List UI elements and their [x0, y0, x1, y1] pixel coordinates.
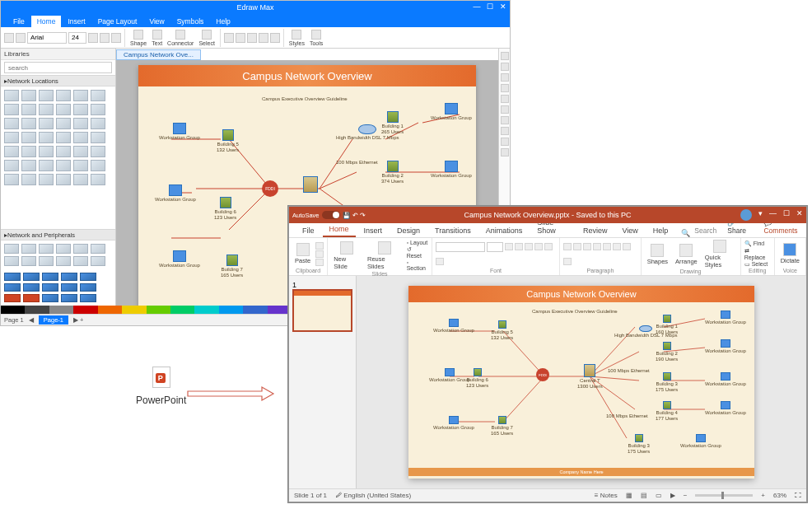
shape-item[interactable] — [73, 160, 88, 171]
shape-item[interactable] — [4, 146, 19, 157]
numbering-icon[interactable] — [573, 243, 581, 250]
category-network-locations[interactable]: ▸ Network Locations — [1, 75, 115, 86]
workstation-icon[interactable] — [449, 416, 459, 424]
shape-item[interactable] — [4, 90, 19, 101]
rotate-icon[interactable] — [247, 33, 257, 43]
view-sorter-icon[interactable]: ▤ — [641, 492, 647, 499]
styles-button[interactable]: Styles — [287, 30, 306, 46]
color-icon[interactable] — [436, 258, 444, 265]
workstation-icon[interactable] — [721, 339, 730, 348]
shape-item[interactable] — [4, 256, 19, 266]
shape-item[interactable] — [21, 104, 36, 115]
shape-item[interactable] — [80, 283, 96, 292]
shape-item[interactable] — [61, 283, 77, 292]
indent-icon[interactable] — [583, 243, 591, 250]
doc-tab[interactable]: Campus Network Ove... — [116, 49, 201, 60]
shape-item[interactable] — [91, 174, 105, 185]
workstation-icon[interactable] — [696, 434, 706, 442]
max-icon[interactable]: ☐ — [783, 209, 790, 221]
tab-pagelayout[interactable]: Page Layout — [92, 16, 143, 27]
slide-thumbnail[interactable] — [292, 289, 352, 332]
shape-item[interactable] — [23, 294, 40, 302]
shape-item[interactable] — [56, 244, 71, 254]
shape-item[interactable] — [42, 283, 58, 292]
select-button[interactable]: ▭ Select — [744, 261, 771, 268]
ribbon-opts-icon[interactable]: ▾ — [758, 209, 763, 221]
shape-item[interactable] — [56, 90, 71, 101]
justify-icon[interactable] — [623, 243, 631, 250]
font-name-input[interactable] — [27, 32, 67, 44]
shape-item[interactable] — [39, 104, 54, 115]
shape-item[interactable] — [56, 132, 71, 143]
tool-icon[interactable] — [501, 138, 509, 146]
connector-button[interactable]: Connector — [166, 30, 195, 46]
shape-item[interactable] — [56, 146, 71, 157]
tool-icon[interactable] — [501, 127, 509, 135]
layout-button[interactable]: ▫ Layout — [407, 240, 428, 245]
underline-icon[interactable] — [111, 33, 121, 43]
shape-item[interactable] — [21, 256, 36, 266]
shape-item[interactable] — [4, 132, 19, 143]
shape-item[interactable] — [56, 160, 71, 171]
font-size-input[interactable] — [487, 242, 503, 252]
paste-button[interactable]: Paste — [292, 243, 313, 264]
building-icon[interactable] — [498, 416, 506, 424]
text-button[interactable]: Text — [150, 30, 164, 46]
tab-animations[interactable]: Animations — [479, 224, 530, 237]
shape-item[interactable] — [4, 104, 19, 115]
cut-icon[interactable] — [315, 242, 324, 250]
shape-item[interactable] — [4, 294, 21, 302]
shape-item[interactable] — [21, 174, 36, 185]
shape-item[interactable] — [80, 294, 96, 302]
tool-icon[interactable] — [501, 63, 509, 71]
quick-styles-button[interactable]: Quick Styles — [702, 240, 737, 269]
shape-item[interactable] — [80, 273, 96, 281]
shape-item[interactable] — [73, 244, 88, 254]
shape-item[interactable] — [73, 256, 88, 266]
shape-item[interactable] — [21, 90, 36, 101]
bold-icon[interactable] — [505, 243, 513, 250]
shape-item[interactable] — [4, 273, 21, 281]
shape-item[interactable] — [91, 146, 105, 157]
italic-icon[interactable] — [515, 243, 523, 250]
shape-item[interactable] — [21, 146, 36, 157]
shape-item[interactable] — [91, 256, 105, 266]
shape-item[interactable] — [39, 174, 54, 185]
shape-item[interactable] — [39, 244, 54, 254]
view-reading-icon[interactable]: ▭ — [656, 492, 662, 499]
shape-item[interactable] — [61, 294, 77, 302]
shape-item[interactable] — [39, 146, 54, 157]
shape-item[interactable] — [91, 160, 105, 171]
shape-item[interactable] — [39, 90, 54, 101]
shape-item[interactable] — [39, 256, 54, 266]
server-icon[interactable] — [303, 176, 318, 193]
building-icon[interactable] — [222, 129, 234, 141]
section-button[interactable]: ▫ Section — [407, 259, 428, 271]
replace-button[interactable]: ⇄ Replace — [744, 248, 771, 260]
select-button[interactable]: Select — [197, 30, 216, 46]
shape-item[interactable] — [91, 104, 105, 115]
shape-item[interactable] — [91, 132, 105, 143]
tool-icon[interactable] — [501, 105, 509, 114]
columns-icon[interactable] — [563, 258, 572, 265]
shape-item[interactable] — [42, 273, 58, 281]
reset-button[interactable]: ↺ Reset — [407, 246, 428, 259]
fddi-node[interactable]: FDDI — [536, 368, 549, 381]
shape-item[interactable] — [73, 146, 88, 157]
close-icon[interactable]: ✕ — [499, 2, 507, 11]
bullets-icon[interactable] — [563, 243, 572, 250]
shape-item[interactable] — [73, 174, 88, 185]
server-icon[interactable] — [584, 364, 595, 377]
strike-icon[interactable] — [534, 243, 543, 250]
cloud-icon[interactable] — [358, 124, 376, 134]
autosave-toggle[interactable]: AutoSave💾↶ ↷ — [292, 211, 366, 219]
workstation-icon[interactable] — [721, 401, 730, 409]
close-icon[interactable]: ✕ — [796, 209, 803, 221]
tab-transitions[interactable]: Transitions — [428, 224, 478, 237]
user-avatar-icon[interactable] — [740, 209, 752, 221]
building-icon[interactable] — [635, 434, 643, 442]
shape-button[interactable]: Shape — [128, 30, 148, 46]
building-icon[interactable] — [663, 342, 671, 350]
cloud-icon[interactable] — [639, 325, 652, 332]
shape-item[interactable] — [23, 273, 40, 281]
